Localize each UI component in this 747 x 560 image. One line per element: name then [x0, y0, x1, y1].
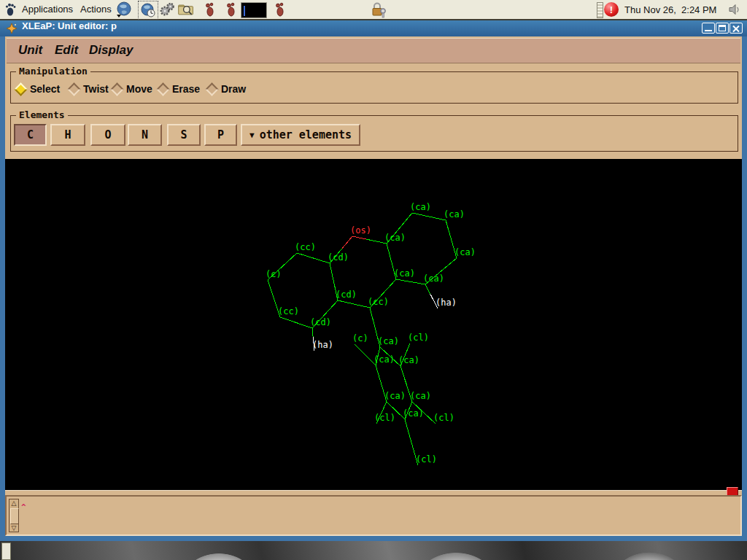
- element-button-p[interactable]: P: [204, 124, 237, 146]
- bond[interactable]: [425, 284, 430, 294]
- footprint-launcher-3[interactable]: [271, 1, 289, 18]
- menu-actions[interactable]: Actions: [80, 4, 112, 15]
- titlebar[interactable]: XLEaP: Unit editor: p: [0, 20, 747, 36]
- atom-label-c2[interactable]: (c): [352, 333, 368, 343]
- gears-launcher[interactable]: [158, 1, 176, 18]
- other-elements-button[interactable]: ▼ other elements: [241, 124, 360, 146]
- element-button-h[interactable]: H: [50, 124, 85, 146]
- scrollbar-thumb[interactable]: [10, 508, 19, 524]
- desktop: Applications Actions: [0, 0, 747, 560]
- alert-glyph: !: [610, 4, 613, 15]
- menu-unit[interactable]: Unit: [18, 43, 42, 58]
- close-icon: [730, 24, 742, 34]
- footprint-launcher-1[interactable]: [201, 1, 219, 18]
- radio-diamond-icon: [110, 82, 123, 96]
- radio-move[interactable]: Move: [112, 83, 152, 95]
- bond[interactable]: [366, 239, 387, 244]
- globe-clock-icon: [140, 2, 156, 18]
- atom-label-c1[interactable]: (c): [266, 269, 282, 279]
- web-browser-launcher[interactable]: [115, 1, 133, 18]
- search-launcher[interactable]: [177, 1, 195, 18]
- atom-label-ca4[interactable]: (ca): [454, 247, 476, 257]
- element-button-n[interactable]: N: [128, 124, 162, 146]
- globe-clock-applet[interactable]: [138, 1, 158, 20]
- system-monitor-applet[interactable]: [241, 2, 267, 18]
- footprint-launcher-2[interactable]: [222, 1, 240, 18]
- bond[interactable]: [355, 344, 376, 365]
- menu-edit[interactable]: Edit: [55, 43, 78, 58]
- radio-draw[interactable]: Draw: [207, 83, 246, 95]
- menu-applications[interactable]: Applications: [22, 4, 73, 15]
- window-title: XLEaP: Unit editor: p: [22, 20, 117, 31]
- atom-label-cl3[interactable]: (cl): [433, 413, 454, 423]
- cpu-load-bar: [244, 6, 245, 16]
- atom-label-cl4[interactable]: (cl): [416, 454, 437, 464]
- atom-label-ca8[interactable]: (ca): [374, 354, 395, 365]
- bond[interactable]: [280, 317, 312, 328]
- radio-erase[interactable]: Erase: [158, 83, 200, 95]
- atom-label-os[interactable]: (os): [350, 225, 371, 236]
- panel-handle[interactable]: [597, 2, 603, 18]
- radio-select[interactable]: Select: [16, 83, 60, 95]
- radio-diamond-icon: [156, 82, 169, 96]
- atom-label-ca6[interactable]: (ca): [423, 273, 444, 284]
- atom-label-ca5[interactable]: (ca): [394, 268, 415, 279]
- elements-label: Elements: [16, 109, 68, 120]
- bond[interactable]: [412, 213, 446, 220]
- scroll-down-icon[interactable]: ▽: [9, 524, 18, 532]
- radio-label: Draw: [221, 83, 246, 95]
- atom-label-ca11[interactable]: (ca): [410, 391, 431, 401]
- atom-label-cd3[interactable]: (cd): [310, 317, 331, 327]
- atom-label-cd2[interactable]: (cd): [336, 289, 357, 300]
- atom-label-cc1[interactable]: (cc): [295, 242, 316, 252]
- atom-label-ca7[interactable]: (ca): [378, 336, 399, 346]
- atom-label-cc2[interactable]: (cc): [368, 297, 389, 307]
- atom-label-ha2[interactable]: (ha): [312, 340, 333, 350]
- bond[interactable]: [352, 236, 366, 239]
- bond[interactable]: [297, 253, 330, 263]
- desktop-wallpaper: [0, 541, 747, 560]
- atom-label-ca1[interactable]: (ca): [410, 202, 431, 212]
- other-elements-label: other elements: [260, 128, 352, 141]
- volume-control[interactable]: [726, 1, 743, 18]
- menu-display[interactable]: Display: [89, 43, 133, 58]
- bond[interactable]: [338, 300, 370, 308]
- atom-label-ca10[interactable]: (ca): [384, 391, 406, 401]
- elements-group: Elements C H O N S P ▼ other elements: [10, 115, 738, 152]
- atom-label-cd1[interactable]: (cd): [328, 252, 349, 262]
- atom-label-ha1[interactable]: (ha): [436, 298, 457, 308]
- bond[interactable]: [312, 328, 313, 337]
- footprint-icon: [274, 1, 286, 18]
- speaker-icon: [727, 3, 742, 16]
- radio-label: Erase: [172, 83, 200, 95]
- update-alert-icon[interactable]: !: [604, 2, 619, 17]
- atom-label-ca9[interactable]: (ca): [398, 355, 419, 365]
- panel-edge-tab[interactable]: [1, 542, 11, 560]
- maximize-button[interactable]: [716, 23, 729, 34]
- bond[interactable]: [396, 279, 425, 284]
- lockscreen-launcher[interactable]: [370, 1, 387, 18]
- minimize-button[interactable]: [702, 23, 715, 34]
- atom-label-ca3[interactable]: (ca): [384, 233, 406, 243]
- atom-label-cc3[interactable]: (cc): [278, 306, 299, 316]
- element-button-o[interactable]: O: [90, 124, 125, 146]
- close-button[interactable]: [729, 23, 743, 34]
- clock[interactable]: Thu Nov 26, 2:24 PM: [624, 4, 716, 15]
- command-area[interactable]: △ ▽ ^: [5, 495, 742, 536]
- command-scrollbar[interactable]: △ ▽: [9, 499, 19, 532]
- atom-label-cl1[interactable]: (cl): [408, 332, 429, 343]
- gnome-logo-icon[interactable]: [1, 1, 19, 18]
- command-caret: ^: [21, 502, 26, 512]
- footprint-icon: [204, 1, 216, 18]
- element-button-s[interactable]: S: [167, 124, 201, 146]
- molecule-drawing[interactable]: (ca)(ca)(os)(ca)(cc)(cd)(ca)(c)(ca)(ca)(…: [5, 159, 742, 490]
- molecule-canvas[interactable]: (ca)(ca)(os)(ca)(cc)(cd)(ca)(c)(ca)(ca)(…: [5, 159, 742, 490]
- element-button-c[interactable]: C: [14, 124, 47, 146]
- scroll-up-icon[interactable]: △: [9, 499, 18, 507]
- bond[interactable]: [342, 236, 352, 249]
- radio-twist[interactable]: Twist: [69, 83, 109, 95]
- atom-label-ca2[interactable]: (ca): [444, 209, 465, 219]
- atom-label-cl2[interactable]: (cl): [374, 413, 395, 423]
- dropdown-arrow-icon: ▼: [249, 131, 255, 140]
- atom-label-ca12[interactable]: (ca): [403, 408, 424, 419]
